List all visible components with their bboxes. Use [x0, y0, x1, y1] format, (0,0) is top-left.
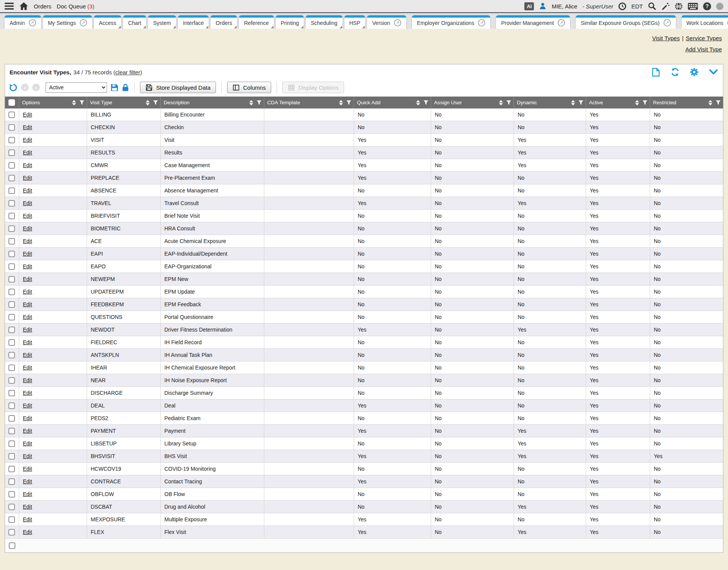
edit-link[interactable]: Edit — [23, 390, 32, 396]
clear-filter-link[interactable]: clear filter — [115, 69, 140, 76]
edit-link[interactable]: Edit — [23, 365, 32, 371]
help-icon[interactable]: ? — [703, 2, 711, 10]
row-checkbox[interactable] — [8, 491, 15, 498]
tab-printing[interactable]: Printing — [276, 15, 304, 29]
row-checkbox[interactable] — [8, 440, 15, 447]
tab-provider-management[interactable]: Provider Management↗ — [496, 15, 570, 29]
row-checkbox[interactable] — [8, 390, 15, 396]
edit-link[interactable]: Edit — [23, 504, 32, 510]
sort-icon[interactable] — [635, 100, 639, 105]
column-header-active[interactable]: Active — [586, 97, 650, 108]
edit-link[interactable]: Edit — [23, 225, 32, 232]
visit-types-link[interactable]: Visit Types — [652, 35, 680, 41]
edit-link[interactable]: Edit — [23, 415, 32, 421]
filter-funnel-icon[interactable] — [153, 100, 158, 105]
open-new-window-icon[interactable]: ↗ — [394, 19, 401, 26]
edit-link[interactable]: Edit — [23, 377, 32, 383]
edit-link[interactable]: Edit — [23, 314, 32, 320]
row-checkbox[interactable] — [8, 478, 15, 485]
edit-link[interactable]: Edit — [23, 352, 32, 358]
ai-badge[interactable]: AI — [524, 2, 534, 10]
edit-link[interactable]: Edit — [23, 478, 32, 485]
row-checkbox[interactable] — [8, 149, 15, 156]
row-checkbox[interactable] — [8, 301, 15, 308]
tab-employer-organizations[interactable]: Employer Organizations↗ — [412, 15, 490, 29]
column-header-restricted[interactable]: Restricted — [650, 97, 723, 108]
tab-interface[interactable]: Interface — [178, 15, 209, 29]
columns-button[interactable]: Columns — [227, 82, 271, 93]
search-icon[interactable] — [648, 2, 656, 10]
row-checkbox[interactable] — [8, 137, 15, 143]
edit-link[interactable]: Edit — [23, 276, 32, 282]
tab-orders[interactable]: Orders — [211, 15, 237, 29]
row-checkbox[interactable] — [8, 352, 15, 358]
tab-my-settings[interactable]: My Settings↗ — [43, 15, 92, 29]
row-checkbox[interactable] — [8, 453, 15, 460]
sort-icon[interactable] — [339, 100, 343, 105]
collapse-chevron-icon[interactable] — [709, 68, 718, 76]
edit-link[interactable]: Edit — [23, 289, 32, 295]
edit-link[interactable]: Edit — [23, 402, 32, 409]
sort-icon[interactable] — [499, 100, 503, 105]
edit-link[interactable]: Edit — [23, 516, 32, 522]
row-checkbox[interactable] — [8, 415, 15, 422]
edit-link[interactable]: Edit — [23, 213, 32, 219]
edit-link[interactable]: Edit — [23, 428, 32, 434]
filter-funnel-icon[interactable] — [257, 100, 262, 105]
filter-funnel-icon[interactable] — [506, 100, 511, 105]
open-new-window-icon[interactable]: ↗ — [478, 19, 485, 26]
save-filter-icon[interactable] — [110, 84, 119, 92]
timezone-label[interactable]: EDT — [631, 3, 643, 10]
filter-funnel-icon[interactable] — [578, 100, 583, 105]
row-checkbox[interactable] — [8, 504, 15, 510]
edit-link[interactable]: Edit — [23, 263, 32, 269]
filter-funnel-icon[interactable] — [79, 100, 84, 105]
tab-chart[interactable]: Chart — [123, 15, 146, 29]
tab-similar-exposure-groups-segs[interactable]: Similar Exposure Groups (SEGs)↗ — [576, 15, 675, 29]
row-checkbox[interactable] — [8, 339, 15, 346]
select-all-checkbox[interactable] — [8, 99, 15, 106]
edit-link[interactable]: Edit — [23, 162, 32, 168]
sort-icon[interactable] — [249, 100, 253, 105]
row-checkbox[interactable] — [8, 112, 15, 118]
service-types-link[interactable]: Service Types — [686, 35, 722, 41]
row-checkbox[interactable] — [8, 175, 15, 181]
home-icon[interactable] — [19, 2, 28, 10]
new-document-icon[interactable] — [652, 68, 660, 76]
filter-funnel-icon[interactable] — [423, 100, 428, 105]
status-filter-select[interactable]: Active — [46, 82, 107, 93]
row-checkbox[interactable] — [8, 124, 15, 131]
tab-reference[interactable]: Reference — [239, 15, 274, 29]
edit-link[interactable]: Edit — [23, 453, 32, 459]
nav-forward-icon[interactable]: › — [32, 84, 40, 91]
edit-link[interactable]: Edit — [23, 339, 32, 345]
tab-access[interactable]: Access — [94, 15, 121, 29]
breadcrumb-doc-queue[interactable]: Doc Queue(3) — [57, 3, 94, 10]
sort-icon[interactable] — [708, 100, 712, 105]
edit-link[interactable]: Edit — [23, 440, 32, 447]
clock-icon[interactable] — [618, 2, 626, 10]
column-header-dynamic[interactable]: Dynamic — [514, 97, 586, 108]
edit-link[interactable]: Edit — [23, 251, 32, 257]
row-checkbox[interactable] — [8, 428, 15, 434]
user-name[interactable]: MIE, Alice — [552, 3, 577, 10]
keyboard-icon[interactable] — [688, 3, 698, 10]
row-checkbox[interactable] — [8, 225, 15, 232]
row-checkbox[interactable] — [8, 200, 15, 207]
settings-gear-icon[interactable] — [690, 68, 698, 76]
undo-icon[interactable] — [9, 83, 18, 92]
tab-system[interactable]: System — [148, 15, 176, 29]
sort-icon[interactable] — [146, 100, 150, 105]
row-checkbox[interactable] — [8, 289, 15, 295]
edit-link[interactable]: Edit — [23, 466, 32, 472]
tab-scheduling[interactable]: Scheduling — [306, 15, 342, 29]
edit-link[interactable]: Edit — [23, 301, 32, 307]
edit-link[interactable]: Edit — [23, 149, 32, 156]
edit-link[interactable]: Edit — [23, 124, 32, 130]
sort-icon[interactable] — [416, 100, 420, 105]
edit-link[interactable]: Edit — [23, 187, 32, 194]
column-header-assign-user[interactable]: Assign User — [431, 97, 514, 108]
store-displayed-data-button[interactable]: Store Displayed Data — [140, 82, 216, 93]
open-new-window-icon[interactable]: ↗ — [558, 19, 565, 26]
filter-funnel-icon[interactable] — [346, 100, 351, 105]
